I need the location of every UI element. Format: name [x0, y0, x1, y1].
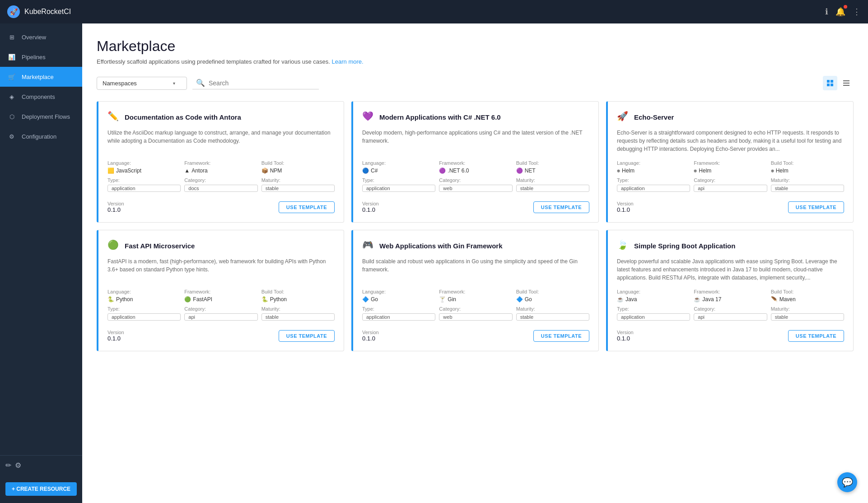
version-value-doc-antora: 0.1.0 [107, 206, 124, 213]
framework-icon-spring-boot: ☕ [694, 296, 700, 303]
card-icon-modern-dotnet: 💜 [362, 111, 375, 123]
card-meta-echo-server: Language: ⎈ Helm Framework: ⎈ Helm Build… [617, 160, 844, 192]
meta-type-gin-framework: Type: application [362, 306, 435, 321]
meta-framework-fast-api: Framework: 🟢 FastAPI [184, 289, 257, 303]
meta-framework-gin-framework: Framework: 🍸 Gin [439, 289, 512, 303]
meta-buildtool-echo-server: Build Tool: ⎈ Helm [771, 160, 844, 174]
version-value-spring-boot: 0.1.0 [617, 335, 634, 342]
sidebar-label-deployment-flows: Deployment Flows [22, 113, 70, 120]
search-icon: 🔍 [196, 79, 205, 87]
meta-language-gin-framework: Language: 🔷 Go [362, 289, 435, 303]
topbar-left: 🚀 KubeRocketCI [7, 5, 71, 18]
card-header-echo-server: 🚀 Echo-Server [617, 111, 844, 123]
version-value-gin-framework: 0.1.0 [362, 335, 379, 342]
app-logo: 🚀 [7, 5, 20, 18]
search-input[interactable] [209, 79, 315, 87]
cards-grid: ✏️ Documentation as Code with Antora Uti… [97, 101, 854, 351]
card-icon-spring-boot: 🍃 [617, 239, 630, 252]
edit-icon[interactable]: ✏ [5, 461, 11, 470]
card-icon-echo-server: 🚀 [617, 111, 630, 123]
version-value-modern-dotnet: 0.1.0 [362, 206, 379, 213]
chevron-down-icon: ▾ [173, 81, 175, 86]
namespace-select[interactable]: Namespaces ▾ [97, 77, 187, 90]
card-footer-spring-boot: Version 0.1.0 USE TEMPLATE [617, 330, 844, 342]
version-label-spring-boot: Version [617, 330, 634, 335]
card-meta-gin-framework: Language: 🔷 Go Framework: 🍸 Gin Build To… [362, 289, 589, 321]
logo-icon: 🚀 [10, 8, 18, 15]
buildtool-icon-doc-antora: 📦 [261, 168, 268, 174]
meta-category-gin-framework: Category: web [439, 306, 512, 321]
namespace-label: Namespaces [103, 80, 137, 87]
sidebar-item-configuration[interactable]: ⚙ Configuration [0, 126, 82, 146]
buildtool-icon-echo-server: ⎈ [771, 168, 774, 174]
topbar-right: ℹ 🔔 ⋮ [825, 7, 861, 17]
sidebar-label-overview: Overview [22, 34, 46, 41]
use-template-button-echo-server[interactable]: USE TEMPLATE [788, 201, 844, 213]
sidebar-item-deployment-flows[interactable]: ⬡ Deployment Flows [0, 107, 82, 126]
buildtool-icon-spring-boot: 🪶 [771, 296, 778, 303]
buildtool-icon-gin-framework: 🔷 [516, 296, 523, 303]
use-template-button-spring-boot[interactable]: USE TEMPLATE [788, 330, 844, 342]
buildtool-icon-modern-dotnet: 🟣 [516, 168, 523, 174]
sidebar-item-components[interactable]: ◈ Components [0, 87, 82, 107]
card-meta-fast-api: Language: 🐍 Python Framework: 🟢 FastAPI … [107, 289, 335, 321]
sidebar-bottom-icons: ✏ ⚙ [5, 461, 21, 470]
card-desc-echo-server: Echo-Server is a straightforward compone… [617, 129, 844, 153]
sidebar-label-components: Components [22, 93, 55, 100]
grid-view-button[interactable] [823, 76, 837, 90]
version-value-fast-api: 0.1.0 [107, 335, 124, 342]
meta-language-doc-antora: Language: 🟨 JavaScript [107, 160, 181, 174]
list-view-button[interactable] [839, 76, 854, 90]
meta-buildtool-doc-antora: Build Tool: 📦 NPM [261, 160, 335, 174]
meta-category-fast-api: Category: api [184, 306, 257, 321]
sidebar-item-marketplace[interactable]: 🛒 Marketplace [0, 67, 82, 87]
framework-icon-echo-server: ⎈ [694, 168, 697, 174]
card-desc-modern-dotnet: Develop modern, high-performance applica… [362, 129, 589, 153]
learn-more-link[interactable]: Learn more. [332, 58, 364, 65]
card-footer-doc-antora: Version 0.1.0 USE TEMPLATE [107, 201, 335, 213]
sidebar-icon-components: ◈ [7, 92, 16, 101]
card-meta-spring-boot: Language: ☕ Java Framework: ☕ Java 17 Bu… [617, 289, 844, 321]
app-title: KubeRocketCI [24, 8, 71, 16]
create-resource-button[interactable]: + CREATE RESOURCE [5, 482, 77, 496]
app-layout: ⊞ Overview 📊 Pipelines 🛒 Marketplace ◈ C… [0, 23, 868, 503]
use-template-button-modern-dotnet[interactable]: USE TEMPLATE [533, 201, 589, 213]
card-header-doc-antora: ✏️ Documentation as Code with Antora [107, 111, 335, 123]
card-title-echo-server: Echo-Server [634, 113, 674, 121]
language-icon-fast-api: 🐍 [107, 296, 114, 303]
use-template-button-doc-antora[interactable]: USE TEMPLATE [279, 201, 335, 213]
svg-rect-4 [843, 80, 849, 81]
sidebar-label-pipelines: Pipelines [22, 54, 46, 61]
sidebar-icon-marketplace: 🛒 [7, 72, 16, 81]
info-icon[interactable]: ℹ [825, 7, 828, 17]
view-toggle [823, 76, 854, 90]
card-spring-boot: 🍃 Simple Spring Boot Application Develop… [606, 230, 854, 351]
sidebar-nav: ⊞ Overview 📊 Pipelines 🛒 Marketplace ◈ C… [0, 23, 82, 455]
search-box: 🔍 [192, 77, 319, 89]
use-template-button-fast-api[interactable]: USE TEMPLATE [279, 330, 335, 342]
main-content: Marketplace Effortlessly scaffold applic… [82, 23, 868, 503]
meta-buildtool-fast-api: Build Tool: 🐍 Python [261, 289, 335, 303]
card-footer-modern-dotnet: Version 0.1.0 USE TEMPLATE [362, 201, 589, 213]
card-desc-spring-boot: Develop powerful and scalable Java appli… [617, 257, 844, 282]
sidebar-icon-pipelines: 📊 [7, 52, 16, 61]
more-options-icon[interactable]: ⋮ [853, 7, 861, 17]
sidebar-icon-configuration: ⚙ [7, 132, 16, 141]
sidebar-item-pipelines[interactable]: 📊 Pipelines [0, 47, 82, 67]
card-modern-dotnet: 💜 Modern Applications with C# .NET 6.0 D… [351, 101, 599, 223]
card-icon-doc-antora: ✏️ [107, 111, 120, 123]
meta-language-modern-dotnet: Language: 🔵 C# [362, 160, 435, 174]
framework-icon-modern-dotnet: 🟣 [439, 168, 446, 174]
card-desc-doc-antora: Utilize the AsciiDoc markup language to … [107, 129, 335, 153]
use-template-button-gin-framework[interactable]: USE TEMPLATE [533, 330, 589, 342]
meta-buildtool-spring-boot: Build Tool: 🪶 Maven [771, 289, 844, 303]
chat-bubble[interactable]: 💬 [837, 472, 857, 492]
sidebar-item-overview[interactable]: ⊞ Overview [0, 27, 82, 47]
notification-badge [844, 5, 847, 9]
card-meta-doc-antora: Language: 🟨 JavaScript Framework: ▲ Anto… [107, 160, 335, 192]
settings-icon[interactable]: ⚙ [15, 461, 21, 470]
card-title-doc-antora: Documentation as Code with Antora [125, 113, 241, 121]
page-subtitle: Effortlessly scaffold applications using… [97, 58, 854, 65]
notifications-icon[interactable]: 🔔 [835, 7, 845, 17]
meta-type-fast-api: Type: application [107, 306, 181, 321]
